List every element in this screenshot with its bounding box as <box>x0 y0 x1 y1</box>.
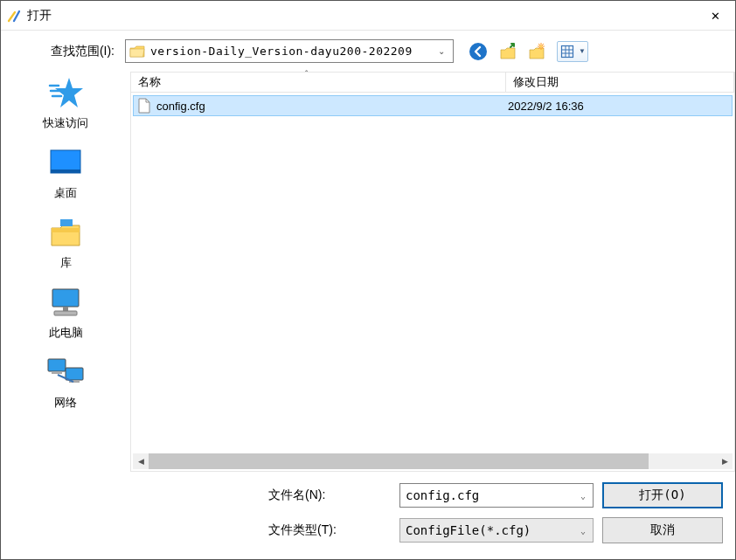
close-icon: ✕ <box>711 10 720 23</box>
new-folder-button[interactable] <box>527 41 548 62</box>
path-text: version-Daily_Version-dayu200-202209 <box>150 45 428 58</box>
scroll-thumb[interactable] <box>149 453 649 469</box>
close-button[interactable]: ✕ <box>695 1 735 31</box>
back-button[interactable] <box>468 41 489 62</box>
sidebar-item-network[interactable]: 网络 <box>1 355 130 411</box>
svg-point-2 <box>469 43 487 60</box>
pc-icon <box>45 285 87 321</box>
filetype-select[interactable]: ConfigFile(*.cfg) ⌄ <box>399 518 594 543</box>
network-icon <box>45 355 87 391</box>
cancel-button[interactable]: 取消 <box>602 517 723 543</box>
sidebar-item-label: 网络 <box>54 395 77 411</box>
column-header-date[interactable]: 修改日期 <box>506 72 734 93</box>
sidebar-item-label: 库 <box>60 255 72 271</box>
scroll-left-icon[interactable]: ◀ <box>133 453 149 469</box>
column-header-label: 修改日期 <box>513 74 559 90</box>
file-list-panel: ˆ 名称 修改日期 <box>130 72 735 559</box>
svg-rect-11 <box>51 169 80 173</box>
sidebar-item-label: 桌面 <box>54 185 77 201</box>
path-combo[interactable]: version-Daily_Version-dayu200-202209 ⌄ <box>125 39 454 63</box>
column-headers: ˆ 名称 修改日期 <box>130 72 735 93</box>
open-dialog: 打开 ✕ 查找范围(I): version-Daily_Version-dayu… <box>0 0 736 560</box>
svg-point-3 <box>540 45 543 47</box>
chevron-down-icon[interactable]: ⌄ <box>573 484 593 507</box>
svg-rect-18 <box>66 368 83 380</box>
svg-rect-17 <box>48 359 66 371</box>
file-icon <box>137 98 151 114</box>
sidebar-item-libraries[interactable]: 库 <box>1 215 130 271</box>
dialog-body: 快速访问 桌面 库 <box>1 72 735 559</box>
sidebar-item-desktop[interactable]: 桌面 <box>1 145 130 201</box>
folder-icon <box>129 45 145 58</box>
svg-rect-13 <box>60 219 73 226</box>
view-icon <box>559 44 575 59</box>
sidebar-item-label: 此电脑 <box>49 325 83 341</box>
column-header-name[interactable]: 名称 <box>130 72 506 93</box>
lookin-row: 查找范围(I): version-Daily_Version-dayu200-2… <box>1 31 735 72</box>
file-name: config.cfg <box>156 100 205 113</box>
open-button[interactable]: 打开(O) <box>602 482 723 508</box>
sidebar-item-quick-access[interactable]: 快速访问 <box>1 75 130 131</box>
file-row-name-cell: config.cfg <box>134 98 504 114</box>
filename-label: 文件名(N): <box>268 487 391 503</box>
svg-rect-16 <box>54 311 77 315</box>
places-sidebar: 快速访问 桌面 库 <box>1 72 130 559</box>
chevron-down-icon[interactable]: ⌄ <box>573 519 593 542</box>
chevron-down-icon: ▼ <box>577 47 586 55</box>
nav-buttons: ▼ <box>468 41 588 62</box>
desktop-icon <box>45 145 87 182</box>
libraries-icon <box>45 215 87 252</box>
bottom-controls: 文件名(N): config.cfg ⌄ 打开(O) 文件类型(T): Conf… <box>130 472 735 559</box>
file-row-date-cell: 2022/9/2 16:36 <box>504 100 732 113</box>
svg-rect-19 <box>52 371 62 374</box>
chevron-down-icon[interactable]: ⌄ <box>434 40 449 62</box>
sidebar-item-label: 快速访问 <box>43 115 88 131</box>
filetype-label: 文件类型(T): <box>268 522 391 538</box>
scroll-track[interactable] <box>149 453 717 469</box>
view-menu-button[interactable]: ▼ <box>557 41 588 62</box>
filetype-value: ConfigFile(*.cfg) <box>406 523 531 537</box>
svg-rect-4 <box>562 45 573 57</box>
file-row[interactable]: config.cfg 2022/9/2 16:36 <box>133 95 733 116</box>
up-one-level-button[interactable] <box>497 41 518 62</box>
column-header-label: 名称 <box>138 74 161 90</box>
open-button-label: 打开(O) <box>639 487 685 503</box>
lookin-label: 查找范围(I): <box>10 44 118 59</box>
horizontal-scrollbar[interactable]: ◀ ▶ <box>133 453 733 469</box>
cancel-button-label: 取消 <box>650 522 675 538</box>
scroll-right-icon[interactable]: ▶ <box>717 453 733 469</box>
svg-rect-12 <box>52 228 80 232</box>
filename-value: config.cfg <box>406 488 479 502</box>
window-title: 打开 <box>27 8 52 24</box>
file-date: 2022/9/2 16:36 <box>508 100 584 113</box>
app-icon <box>6 8 22 24</box>
svg-rect-14 <box>52 289 79 307</box>
svg-rect-15 <box>63 307 68 311</box>
sidebar-item-this-pc[interactable]: 此电脑 <box>1 285 130 341</box>
svg-marker-9 <box>55 78 83 107</box>
quick-access-icon <box>45 75 87 112</box>
filename-input[interactable]: config.cfg ⌄ <box>399 483 594 508</box>
sort-indicator-icon: ˆ <box>305 70 308 80</box>
titlebar: 打开 ✕ <box>1 1 735 31</box>
file-list[interactable]: config.cfg 2022/9/2 16:36 ◀ ▶ <box>130 93 735 472</box>
